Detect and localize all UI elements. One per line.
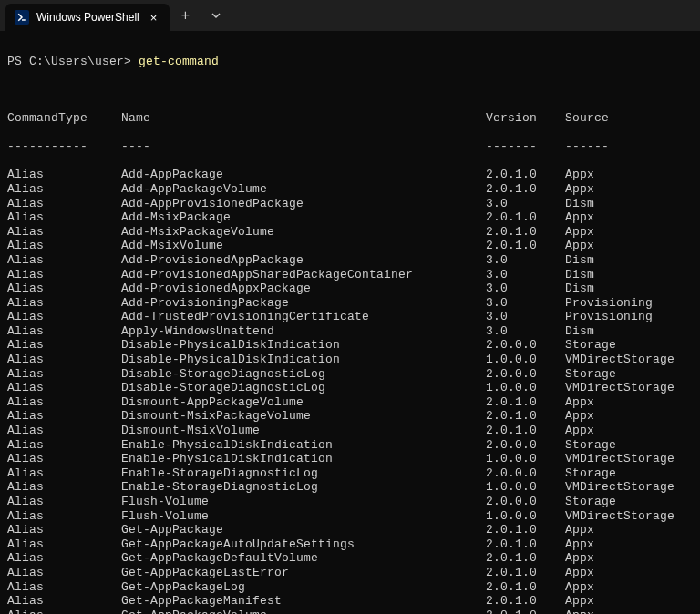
table-row: AliasDisable-StorageDiagnosticLog1.0.0.0…: [7, 381, 693, 395]
table-row: AliasAdd-AppProvisionedPackage3.0Dism: [7, 197, 693, 211]
cell-version: 1.0.0.0: [486, 381, 565, 395]
cell-source: VMDirectStorage: [565, 381, 693, 395]
table-row: AliasAdd-AppPackageVolume2.0.1.0Appx: [7, 182, 693, 197]
table-row: AliasDisable-StorageDiagnosticLog2.0.0.0…: [7, 367, 693, 382]
cell-name: Get-AppPackageVolume: [121, 609, 486, 614]
cell-name: Apply-WindowsUnattend: [121, 324, 486, 339]
tab-powershell[interactable]: Windows PowerShell ×: [5, 4, 170, 31]
header-type: CommandType: [7, 111, 121, 126]
cell-version: 2.0.1.0: [486, 168, 565, 182]
table-row: AliasFlush-Volume2.0.0.0Storage: [7, 495, 693, 509]
cell-name: Disable-StorageDiagnosticLog: [121, 367, 486, 382]
cell-source: VMDirectStorage: [565, 480, 693, 495]
rows-container: AliasAdd-AppPackage2.0.1.0AppxAliasAdd-A…: [7, 168, 693, 614]
prompt-command: get-command: [139, 55, 219, 68]
cell-version: 2.0.1.0: [486, 566, 565, 580]
cell-type: Alias: [7, 395, 121, 410]
cell-version: 2.0.1.0: [486, 395, 565, 410]
cell-version: 3.0: [486, 268, 565, 282]
tab-dropdown-button[interactable]: [201, 0, 232, 31]
cell-type: Alias: [7, 225, 121, 240]
cell-type: Alias: [7, 566, 121, 580]
new-tab-button[interactable]: +: [170, 0, 201, 31]
cell-type: Alias: [7, 210, 121, 225]
cell-source: Appx: [565, 609, 693, 614]
cell-source: VMDirectStorage: [565, 509, 693, 524]
cell-name: Get-AppPackageDefaultVolume: [121, 551, 486, 566]
header-row: CommandTypeNameVersionSource: [7, 111, 693, 126]
cell-type: Alias: [7, 580, 121, 595]
cell-source: Dism: [565, 197, 693, 211]
cell-type: Alias: [7, 367, 121, 382]
cell-name: Dismount-AppPackageVolume: [121, 395, 486, 410]
cell-type: Alias: [7, 168, 121, 182]
header-name: Name: [121, 111, 486, 126]
titlebar: Windows PowerShell × +: [0, 0, 700, 31]
cell-version: 3.0: [486, 296, 565, 311]
table-row: AliasAdd-MsixPackage2.0.1.0Appx: [7, 210, 693, 225]
table-row: AliasGet-AppPackage2.0.1.0Appx: [7, 523, 693, 537]
table-row: AliasAdd-MsixPackageVolume2.0.1.0Appx: [7, 225, 693, 240]
table-row: AliasAdd-MsixVolume2.0.1.0Appx: [7, 239, 693, 253]
cell-source: Appx: [565, 566, 693, 580]
cell-type: Alias: [7, 239, 121, 253]
cell-source: Dism: [565, 324, 693, 339]
cell-source: Storage: [565, 338, 693, 353]
table-row: AliasGet-AppPackageManifest2.0.1.0Appx: [7, 594, 693, 609]
cell-name: Add-ProvisioningPackage: [121, 296, 486, 311]
table-row: AliasAdd-ProvisioningPackage3.0Provision…: [7, 296, 693, 311]
cell-source: Appx: [565, 168, 693, 182]
cell-name: Dismount-MsixVolume: [121, 424, 486, 438]
cell-source: Appx: [565, 239, 693, 253]
table-row: AliasEnable-StorageDiagnosticLog2.0.0.0S…: [7, 466, 693, 481]
table-row: AliasAdd-TrustedProvisioningCertificate3…: [7, 310, 693, 324]
cell-name: Add-AppPackage: [121, 168, 486, 182]
prompt-path: PS C:\Users\user>: [7, 55, 139, 68]
table-row: AliasDismount-MsixVolume2.0.1.0Appx: [7, 424, 693, 438]
terminal-output[interactable]: PS C:\Users\user> get-command CommandTyp…: [0, 31, 700, 614]
close-icon[interactable]: ×: [147, 11, 161, 25]
cell-source: Storage: [565, 495, 693, 509]
table-row: AliasAdd-ProvisionedAppPackage3.0Dism: [7, 253, 693, 268]
cell-type: Alias: [7, 537, 121, 552]
cell-name: Get-AppPackageAutoUpdateSettings: [121, 537, 486, 552]
cell-name: Add-MsixPackage: [121, 210, 486, 225]
header-version: Version: [486, 111, 565, 126]
table-row: AliasGet-AppPackageLog2.0.1.0Appx: [7, 580, 693, 595]
cell-name: Add-ProvisionedAppPackage: [121, 253, 486, 268]
table-row: AliasFlush-Volume1.0.0.0VMDirectStorage: [7, 509, 693, 524]
table-row: AliasApply-WindowsUnattend3.0Dism: [7, 324, 693, 339]
cell-name: Get-AppPackageLastError: [121, 566, 486, 580]
cell-type: Alias: [7, 466, 121, 481]
tab-title: Windows PowerShell: [36, 11, 139, 24]
cell-name: Add-ProvisionedAppxPackage: [121, 281, 486, 296]
cell-name: Flush-Volume: [121, 509, 486, 524]
blank-line: [7, 83, 693, 97]
cell-version: 3.0: [486, 253, 565, 268]
cell-version: 2.0.1.0: [486, 580, 565, 595]
cell-source: Appx: [565, 580, 693, 595]
cell-version: 3.0: [486, 310, 565, 324]
cell-name: Enable-PhysicalDiskIndication: [121, 438, 486, 453]
cell-type: Alias: [7, 452, 121, 466]
cell-source: Appx: [565, 594, 693, 609]
cell-name: Enable-StorageDiagnosticLog: [121, 480, 486, 495]
cell-source: Appx: [565, 182, 693, 197]
cell-name: Add-MsixVolume: [121, 239, 486, 253]
cell-type: Alias: [7, 438, 121, 453]
table-row: AliasDisable-PhysicalDiskIndication1.0.0…: [7, 353, 693, 367]
cell-type: Alias: [7, 509, 121, 524]
cell-type: Alias: [7, 338, 121, 353]
cell-type: Alias: [7, 182, 121, 197]
cell-name: Flush-Volume: [121, 495, 486, 509]
table-row: AliasDisable-PhysicalDiskIndication2.0.0…: [7, 338, 693, 353]
prompt-line: PS C:\Users\user> get-command: [7, 55, 693, 69]
powershell-icon: [15, 10, 29, 25]
cell-version: 1.0.0.0: [486, 509, 565, 524]
table-row: AliasDismount-MsixPackageVolume2.0.1.0Ap…: [7, 409, 693, 424]
cell-source: Provisioning: [565, 310, 693, 324]
cell-source: Appx: [565, 424, 693, 438]
cell-version: 2.0.1.0: [486, 225, 565, 240]
table-row: AliasAdd-AppPackage2.0.1.0Appx: [7, 168, 693, 182]
cell-type: Alias: [7, 324, 121, 339]
